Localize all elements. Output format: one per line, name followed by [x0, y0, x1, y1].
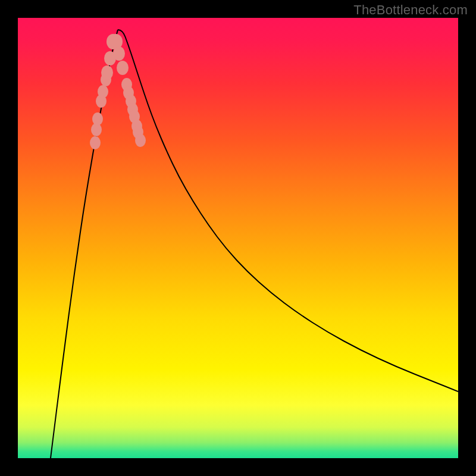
bottleneck-curve	[51, 30, 458, 458]
sample-dot	[135, 134, 146, 147]
sample-dot	[90, 136, 101, 149]
sample-dot	[101, 65, 113, 80]
plot-area	[18, 18, 458, 458]
watermark-text: TheBottleneck.com	[353, 2, 468, 18]
sample-dot	[92, 112, 103, 126]
sample-dot	[98, 85, 108, 98]
sample-dots-group	[90, 34, 146, 149]
sample-dot	[117, 61, 129, 75]
chart-container: TheBottleneck.com	[0, 0, 476, 476]
bottleneck-curve-svg	[18, 18, 458, 458]
sample-dot	[113, 46, 125, 61]
